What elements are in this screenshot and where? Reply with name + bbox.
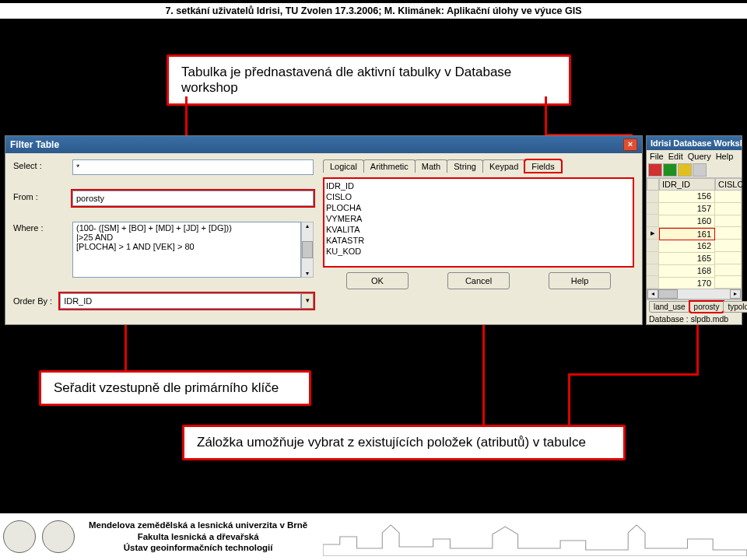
tab-logical[interactable]: Logical bbox=[323, 159, 364, 173]
sheet-tab[interactable]: typologie bbox=[723, 301, 747, 313]
app-windows: Filter Table × Select : Logical Arithmet… bbox=[5, 135, 742, 325]
workshop-title: Idrisi Database Workshop bbox=[647, 136, 742, 150]
dialog-title: Filter Table bbox=[10, 139, 59, 150]
list-item[interactable]: IDR_ID bbox=[326, 180, 631, 191]
grid-cell[interactable]: 157 bbox=[659, 203, 715, 215]
fields-listbox[interactable]: IDR_ID CISLO PLOCHA VYMERA KVALITA KATAS… bbox=[323, 177, 634, 268]
connector bbox=[482, 325, 485, 426]
footer-line3: Ústav geoinformačních technologií bbox=[89, 542, 307, 554]
callout-left: Seřadit vzestupně dle primárního klíče bbox=[39, 370, 311, 406]
menu-query[interactable]: Query bbox=[688, 152, 711, 161]
where-scrollbar[interactable]: ▴▾ bbox=[301, 222, 314, 278]
tab-math[interactable]: Math bbox=[415, 159, 447, 173]
database-label: Database : bbox=[649, 314, 689, 324]
list-item[interactable]: CISLO bbox=[326, 191, 631, 202]
grid-cell[interactable]: 168 bbox=[659, 265, 715, 278]
database-workshop-window: Idrisi Database Workshop File Edit Query… bbox=[646, 135, 742, 325]
label-from: From : bbox=[13, 191, 63, 201]
from-input[interactable] bbox=[72, 191, 314, 206]
label-order: Order By : bbox=[13, 296, 52, 306]
slide-footer: Mendelova zemědělská a lesnická univerzi… bbox=[0, 513, 747, 560]
tool-icon[interactable] bbox=[663, 163, 677, 177]
sheet-tab-active[interactable]: porosty bbox=[689, 301, 724, 313]
connector bbox=[545, 96, 547, 135]
logo-icon bbox=[42, 520, 75, 553]
tab-string[interactable]: String bbox=[447, 159, 483, 173]
footer-line2: Fakulta lesnická a dřevařská bbox=[89, 531, 307, 543]
grid-cell[interactable]: 165 bbox=[659, 253, 715, 265]
grid-cell[interactable]: 162 bbox=[659, 240, 715, 253]
tab-row: Logical Arithmetic Math String Keypad Fi… bbox=[323, 159, 634, 173]
tool-icon[interactable] bbox=[693, 163, 707, 177]
list-item[interactable]: KVALITA bbox=[326, 224, 631, 235]
tab-keypad[interactable]: Keypad bbox=[482, 159, 525, 173]
callout-bottom: Záložka umožňuje vybrat z existujících p… bbox=[182, 425, 626, 460]
order-by-input[interactable] bbox=[60, 293, 301, 309]
tab-arithmetic[interactable]: Arithmetic bbox=[363, 159, 416, 173]
tab-fields[interactable]: Fields bbox=[524, 159, 561, 173]
workshop-toolbar bbox=[647, 163, 742, 178]
ok-button[interactable]: OK bbox=[346, 272, 409, 289]
where-input[interactable]: (100- ([SM] + [BO] + [MD] + [JD] + [DG])… bbox=[72, 222, 301, 278]
database-value: slpdb.mdb bbox=[691, 314, 728, 324]
menu-edit[interactable]: Edit bbox=[668, 152, 683, 161]
connector bbox=[696, 325, 699, 375]
grid-cell[interactable]: 160 bbox=[659, 215, 715, 228]
logo-icon bbox=[3, 520, 36, 553]
tool-icon[interactable] bbox=[678, 163, 692, 177]
workshop-footer: land_use porosty typologie Database : sl… bbox=[647, 299, 742, 324]
cancel-button[interactable]: Cancel bbox=[447, 272, 510, 289]
connector bbox=[568, 373, 570, 426]
menu-help[interactable]: Help bbox=[716, 152, 734, 161]
workshop-grid[interactable]: ▸ IDR_ID 156 157 160 161 162 165 168 170… bbox=[647, 178, 742, 289]
horizontal-scrollbar[interactable]: ◂ ▸ bbox=[647, 289, 742, 299]
slide-header: 7. setkání uživatelů Idrisi, TU Zvolen 1… bbox=[0, 3, 747, 19]
callout-top: Tabulka je přednastavená dle aktivní tab… bbox=[167, 54, 571, 106]
menu-file[interactable]: File bbox=[650, 152, 664, 161]
footer-line1: Mendelova zemědělská a lesnická univerzi… bbox=[89, 520, 307, 531]
list-item[interactable]: VYMERA bbox=[326, 213, 631, 224]
connector bbox=[568, 373, 699, 376]
connector bbox=[124, 325, 127, 376]
grid-cell[interactable]: 156 bbox=[659, 191, 715, 203]
grid-cell-selected[interactable]: 161 bbox=[659, 228, 715, 240]
dropdown-icon[interactable]: ▾ bbox=[301, 293, 314, 309]
column-header[interactable]: CISLO bbox=[715, 178, 742, 191]
label-select: Select : bbox=[13, 159, 63, 170]
list-item[interactable]: KU_KOD bbox=[326, 246, 631, 257]
sheet-tab[interactable]: land_use bbox=[649, 301, 690, 313]
select-input[interactable] bbox=[72, 159, 314, 175]
skyline-graphic bbox=[323, 517, 747, 556]
label-where: Where : bbox=[13, 222, 63, 233]
column-header[interactable]: IDR_ID bbox=[659, 178, 715, 191]
filter-table-dialog: Filter Table × Select : Logical Arithmet… bbox=[5, 135, 643, 325]
dialog-titlebar: Filter Table × bbox=[5, 136, 642, 153]
tool-icon[interactable] bbox=[648, 163, 662, 177]
list-item[interactable]: KATASTR bbox=[326, 235, 631, 246]
list-item[interactable]: PLOCHA bbox=[326, 202, 631, 213]
close-icon[interactable]: × bbox=[623, 138, 637, 151]
workshop-menu: File Edit Query Help bbox=[647, 150, 742, 163]
help-button[interactable]: Help bbox=[549, 272, 611, 289]
